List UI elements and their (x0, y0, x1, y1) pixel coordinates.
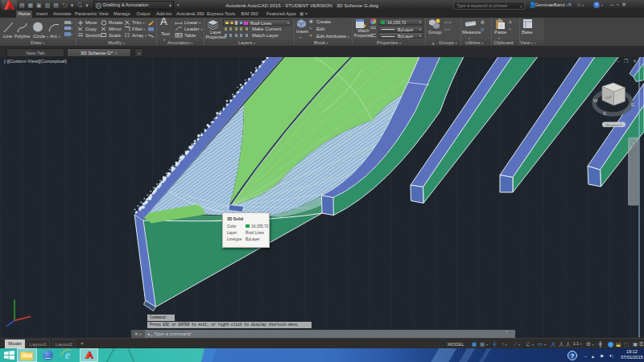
svg-text:W: W (593, 97, 598, 102)
svg-text:Unsaved V...: Unsaved V... (605, 122, 625, 126)
svg-text:E: E (631, 101, 634, 106)
svg-text:S: S (603, 110, 606, 115)
